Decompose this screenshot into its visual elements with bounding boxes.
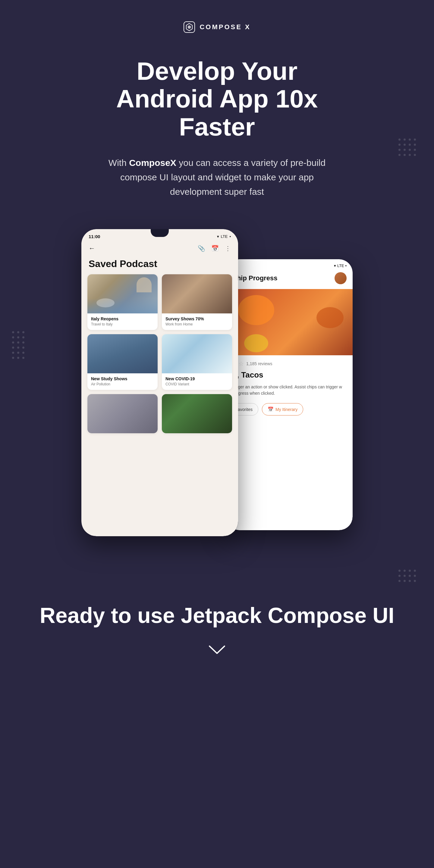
podcast-card-6-image — [162, 394, 232, 433]
p2-food-image — [226, 289, 353, 355]
podcast-card-2-info: Survey Shows 70% Work from Home — [162, 313, 232, 330]
p2-network: ▾ LTE ▪ — [334, 264, 347, 268]
p2-chips-row: avorites 📅 My Itinerary — [226, 401, 353, 417]
podcast-card-5-image — [87, 394, 157, 433]
p2-description: trigger an action or show clicked. Assis… — [226, 382, 353, 401]
status-time: 11:00 — [89, 234, 100, 239]
brand-name: COMPOSE X — [200, 23, 251, 31]
podcast-card-3[interactable]: New Study Shows Air Pollution — [87, 334, 157, 390]
attachment-icon[interactable]: 📎 — [198, 245, 205, 252]
podcast-card-1-title: Italy Reopens — [91, 316, 154, 321]
podcast-card-4-sub: COVID Variant — [166, 382, 228, 386]
podcast-card-1-info: Italy Reopens Travel to Italy — [87, 313, 157, 330]
bottom-section: Ready to use Jetpack Compose UI — [40, 602, 394, 687]
calendar-icon[interactable]: 📅 — [211, 245, 219, 252]
chevron-down[interactable] — [208, 644, 226, 657]
page-container: COMPOSE X Develop Your Android App 10x F… — [0, 0, 434, 868]
header: COMPOSE X — [183, 21, 251, 33]
food-decoration-2 — [316, 307, 344, 328]
podcast-grid: Italy Reopens Travel to Italy Survey Sho… — [81, 274, 238, 433]
chevron-down-icon — [208, 644, 226, 656]
phone-notch — [151, 229, 169, 237]
wifi-icon: ▾ — [217, 234, 219, 239]
podcast-card-6[interactable] — [162, 394, 232, 433]
dots-decoration-bottom-right — [399, 570, 416, 582]
calendar-chip-icon: 📅 — [268, 406, 274, 412]
network-label: LTE — [221, 234, 228, 239]
podcast-card-3-image — [87, 334, 157, 373]
hero-subtitle-prefix: With — [109, 158, 129, 168]
podcast-card-4-image — [162, 334, 232, 373]
itinerary-chip[interactable]: 📅 My Itinerary — [262, 403, 303, 415]
dots-decoration-top-right — [399, 138, 416, 156]
podcast-card-2-image — [162, 274, 232, 313]
star-2: ☆ — [238, 360, 244, 367]
back-button[interactable]: ← — [89, 245, 95, 252]
podcast-card-1-sub: Travel to Italy — [91, 322, 154, 327]
phone-1-screen: 11:00 ▾ LTE ▪ ← 📎 📅 ⋮ — [81, 229, 238, 536]
podcast-card-2-title: Survey Shows 70% — [166, 316, 228, 321]
itinerary-chip-label: My Itinerary — [276, 407, 297, 412]
phone-2-screen: ▾ LTE ▪ Chip Progress ★ ☆ — [226, 259, 353, 530]
p2-title-row: Chip Progress — [226, 270, 353, 289]
more-icon[interactable]: ⋮ — [225, 245, 231, 252]
hero-subtitle-brand: ComposeX — [129, 158, 176, 168]
podcast-card-1[interactable]: Italy Reopens Travel to Italy — [87, 274, 157, 330]
podcast-card-2-sub: Work from Home — [166, 322, 228, 327]
phone-1-mockup: 11:00 ▾ LTE ▪ ← 📎 📅 ⋮ — [81, 229, 238, 536]
podcast-card-4-title: New COVID-19 — [166, 376, 228, 381]
hero-section: Develop Your Android App 10x Faster With… — [81, 57, 353, 199]
review-count: 1,185 reviews — [246, 361, 272, 366]
podcast-card-3-sub: Air Pollution — [91, 382, 154, 386]
podcast-card-3-title: New Study Shows — [91, 376, 154, 381]
toolbar-icons: 📎 📅 ⋮ — [198, 245, 231, 252]
p2-rating: ★ ☆ 1,185 reviews — [226, 355, 353, 369]
hero-title: Develop Your Android App 10x Faster — [93, 57, 341, 141]
podcast-card-3-info: New Study Shows Air Pollution — [87, 373, 157, 390]
hero-subtitle: With ComposeX you can access a variety o… — [93, 156, 341, 199]
podcast-card-2[interactable]: Survey Shows 70% Work from Home — [162, 274, 232, 330]
p2-screen-title: Chip Progress — [232, 274, 277, 282]
bottom-title: Ready to use Jetpack Compose UI — [40, 602, 394, 628]
favorites-chip-label: avorites — [238, 407, 253, 412]
phone-toolbar: ← 📎 📅 ⋮ — [81, 242, 238, 255]
podcast-card-4-info: New COVID-19 COVID Variant — [162, 373, 232, 390]
logo-icon — [183, 21, 195, 33]
battery-icon: ▪ — [229, 234, 231, 239]
status-icons: ▾ LTE ▪ — [217, 234, 231, 239]
phones-container: 11:00 ▾ LTE ▪ ← 📎 📅 ⋮ — [81, 229, 353, 566]
dots-decoration-middle-left — [12, 331, 24, 359]
svg-marker-2 — [188, 25, 191, 29]
podcast-card-1-image — [87, 274, 157, 313]
podcast-card-4[interactable]: New COVID-19 COVID Variant — [162, 334, 232, 390]
podcast-card-5[interactable] — [87, 394, 157, 433]
p2-status-bar: ▾ LTE ▪ — [226, 259, 353, 270]
p2-user-avatar[interactable] — [335, 272, 347, 284]
food-decoration-1 — [238, 295, 274, 325]
food-decoration-3 — [244, 334, 268, 352]
phone-2-mockup: ▾ LTE ▪ Chip Progress ★ ☆ — [226, 259, 353, 530]
screen-title: Saved Podcast — [81, 255, 238, 274]
restaurant-name: n, Tacos — [226, 369, 353, 382]
